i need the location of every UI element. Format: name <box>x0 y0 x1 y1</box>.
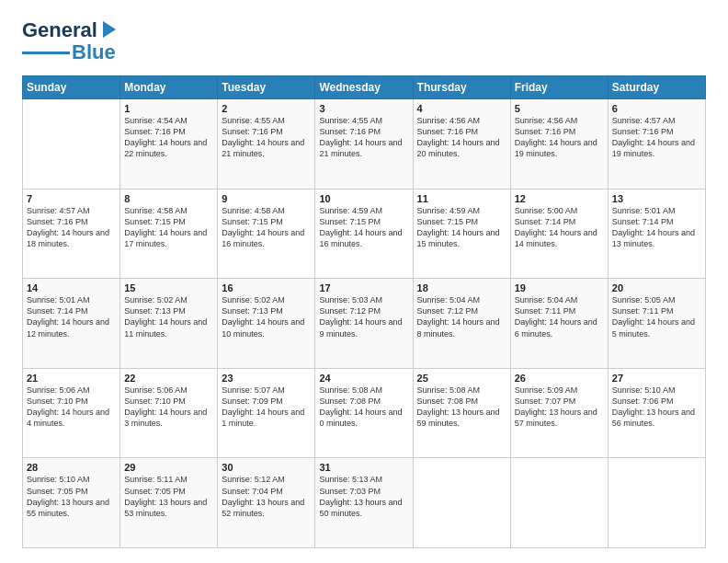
week-row-1: 1Sunrise: 4:54 AMSunset: 7:16 PMDaylight… <box>23 99 706 190</box>
cell-info: Sunrise: 5:05 AMSunset: 7:11 PMDaylight:… <box>612 294 701 339</box>
cell-info: Sunrise: 5:10 AMSunset: 7:06 PMDaylight:… <box>612 385 701 430</box>
calendar-cell: 25Sunrise: 5:08 AMSunset: 7:08 PMDayligh… <box>413 368 510 458</box>
day-header-thursday: Thursday <box>413 76 510 99</box>
calendar-cell: 22Sunrise: 5:06 AMSunset: 7:10 PMDayligh… <box>120 368 218 458</box>
day-number: 29 <box>124 462 213 473</box>
day-number: 16 <box>222 282 311 293</box>
day-number: 17 <box>319 282 408 293</box>
cell-info: Sunrise: 5:08 AMSunset: 7:08 PMDaylight:… <box>417 385 506 430</box>
calendar-cell: 24Sunrise: 5:08 AMSunset: 7:08 PMDayligh… <box>315 368 413 458</box>
day-number: 11 <box>417 193 506 204</box>
page: General Blue SundayMondayTuesdayWednesda… <box>0 0 728 563</box>
day-header-sunday: Sunday <box>23 76 120 99</box>
day-number: 5 <box>515 103 604 114</box>
cell-info: Sunrise: 5:06 AMSunset: 7:10 PMDaylight:… <box>124 385 213 430</box>
calendar-cell: 3Sunrise: 4:55 AMSunset: 7:16 PMDaylight… <box>315 99 413 190</box>
cell-info: Sunrise: 5:13 AMSunset: 7:03 PMDaylight:… <box>319 474 408 519</box>
day-number: 14 <box>27 282 116 293</box>
cell-info: Sunrise: 4:56 AMSunset: 7:16 PMDaylight:… <box>515 115 604 160</box>
calendar-cell: 15Sunrise: 5:02 AMSunset: 7:13 PMDayligh… <box>120 279 218 369</box>
cell-info: Sunrise: 5:01 AMSunset: 7:14 PMDaylight:… <box>27 294 116 339</box>
calendar-cell <box>23 99 120 190</box>
calendar-cell: 13Sunrise: 5:01 AMSunset: 7:14 PMDayligh… <box>608 189 705 279</box>
day-header-friday: Friday <box>510 76 608 99</box>
calendar-cell <box>510 458 608 548</box>
day-number: 9 <box>222 193 311 204</box>
calendar-cell: 29Sunrise: 5:11 AMSunset: 7:05 PMDayligh… <box>120 458 218 548</box>
day-number: 19 <box>515 282 604 293</box>
cell-info: Sunrise: 5:11 AMSunset: 7:05 PMDaylight:… <box>124 474 213 519</box>
logo-blue: Blue <box>72 40 116 64</box>
cell-info: Sunrise: 5:01 AMSunset: 7:14 PMDaylight:… <box>612 205 701 250</box>
cell-info: Sunrise: 5:02 AMSunset: 7:13 PMDaylight:… <box>124 294 213 339</box>
day-header-monday: Monday <box>120 76 218 99</box>
calendar-cell: 10Sunrise: 4:59 AMSunset: 7:15 PMDayligh… <box>315 189 413 279</box>
cell-info: Sunrise: 5:06 AMSunset: 7:10 PMDaylight:… <box>27 385 116 430</box>
day-number: 15 <box>124 282 213 293</box>
cell-info: Sunrise: 4:57 AMSunset: 7:16 PMDaylight:… <box>612 115 701 160</box>
day-number: 1 <box>124 103 213 114</box>
day-number: 28 <box>27 462 116 473</box>
calendar-cell: 4Sunrise: 4:56 AMSunset: 7:16 PMDaylight… <box>413 99 510 190</box>
calendar-cell: 21Sunrise: 5:06 AMSunset: 7:10 PMDayligh… <box>23 368 120 458</box>
calendar-cell: 9Sunrise: 4:58 AMSunset: 7:15 PMDaylight… <box>218 189 315 279</box>
day-number: 25 <box>417 373 506 384</box>
week-row-5: 28Sunrise: 5:10 AMSunset: 7:05 PMDayligh… <box>23 458 706 548</box>
calendar-cell: 28Sunrise: 5:10 AMSunset: 7:05 PMDayligh… <box>23 458 120 548</box>
logo-arrow-icon <box>99 21 119 40</box>
calendar-cell: 7Sunrise: 4:57 AMSunset: 7:16 PMDaylight… <box>23 189 120 279</box>
calendar-cell: 2Sunrise: 4:55 AMSunset: 7:16 PMDaylight… <box>218 99 315 190</box>
calendar-cell: 17Sunrise: 5:03 AMSunset: 7:12 PMDayligh… <box>315 279 413 369</box>
logo-general: General <box>22 18 97 42</box>
day-number: 26 <box>515 373 604 384</box>
day-number: 27 <box>612 373 701 384</box>
cell-info: Sunrise: 4:58 AMSunset: 7:15 PMDaylight:… <box>222 205 311 250</box>
calendar-cell: 5Sunrise: 4:56 AMSunset: 7:16 PMDaylight… <box>510 99 608 190</box>
cell-info: Sunrise: 4:55 AMSunset: 7:16 PMDaylight:… <box>222 115 311 160</box>
logo: General Blue <box>22 18 119 64</box>
calendar-cell: 26Sunrise: 5:09 AMSunset: 7:07 PMDayligh… <box>510 368 608 458</box>
day-header-tuesday: Tuesday <box>218 76 315 99</box>
day-number: 6 <box>612 103 701 114</box>
week-row-4: 21Sunrise: 5:06 AMSunset: 7:10 PMDayligh… <box>23 368 706 458</box>
calendar-cell: 16Sunrise: 5:02 AMSunset: 7:13 PMDayligh… <box>218 279 315 369</box>
calendar-cell: 31Sunrise: 5:13 AMSunset: 7:03 PMDayligh… <box>315 458 413 548</box>
header: General Blue <box>22 18 706 64</box>
calendar-cell: 27Sunrise: 5:10 AMSunset: 7:06 PMDayligh… <box>608 368 705 458</box>
calendar-cell: 19Sunrise: 5:04 AMSunset: 7:11 PMDayligh… <box>510 279 608 369</box>
day-number: 24 <box>319 373 408 384</box>
day-number: 10 <box>319 193 408 204</box>
cell-info: Sunrise: 5:09 AMSunset: 7:07 PMDaylight:… <box>515 385 604 430</box>
day-number: 4 <box>417 103 506 114</box>
day-number: 31 <box>319 462 408 473</box>
cell-info: Sunrise: 5:00 AMSunset: 7:14 PMDaylight:… <box>515 205 604 250</box>
day-number: 23 <box>222 373 311 384</box>
calendar-cell: 30Sunrise: 5:12 AMSunset: 7:04 PMDayligh… <box>218 458 315 548</box>
logo-underline <box>22 52 70 54</box>
calendar-cell: 14Sunrise: 5:01 AMSunset: 7:14 PMDayligh… <box>23 279 120 369</box>
calendar-table: SundayMondayTuesdayWednesdayThursdayFrid… <box>22 75 706 548</box>
day-number: 18 <box>417 282 506 293</box>
week-row-2: 7Sunrise: 4:57 AMSunset: 7:16 PMDaylight… <box>23 189 706 279</box>
calendar-cell: 8Sunrise: 4:58 AMSunset: 7:15 PMDaylight… <box>120 189 218 279</box>
calendar-cell: 23Sunrise: 5:07 AMSunset: 7:09 PMDayligh… <box>218 368 315 458</box>
cell-info: Sunrise: 4:57 AMSunset: 7:16 PMDaylight:… <box>27 205 116 250</box>
day-number: 22 <box>124 373 213 384</box>
calendar-cell: 6Sunrise: 4:57 AMSunset: 7:16 PMDaylight… <box>608 99 705 190</box>
cell-info: Sunrise: 4:54 AMSunset: 7:16 PMDaylight:… <box>124 115 213 160</box>
svg-marker-0 <box>103 21 116 38</box>
calendar-cell <box>413 458 510 548</box>
calendar-cell: 20Sunrise: 5:05 AMSunset: 7:11 PMDayligh… <box>608 279 705 369</box>
cell-info: Sunrise: 5:10 AMSunset: 7:05 PMDaylight:… <box>27 474 116 519</box>
cell-info: Sunrise: 5:12 AMSunset: 7:04 PMDaylight:… <box>222 474 311 519</box>
day-number: 12 <box>515 193 604 204</box>
day-number: 21 <box>27 373 116 384</box>
cell-info: Sunrise: 5:08 AMSunset: 7:08 PMDaylight:… <box>319 385 408 430</box>
day-number: 30 <box>222 462 311 473</box>
cell-info: Sunrise: 5:07 AMSunset: 7:09 PMDaylight:… <box>222 385 311 430</box>
day-number: 7 <box>27 193 116 204</box>
day-header-wednesday: Wednesday <box>315 76 413 99</box>
calendar-cell: 18Sunrise: 5:04 AMSunset: 7:12 PMDayligh… <box>413 279 510 369</box>
calendar-cell: 1Sunrise: 4:54 AMSunset: 7:16 PMDaylight… <box>120 99 218 190</box>
day-number: 13 <box>612 193 701 204</box>
